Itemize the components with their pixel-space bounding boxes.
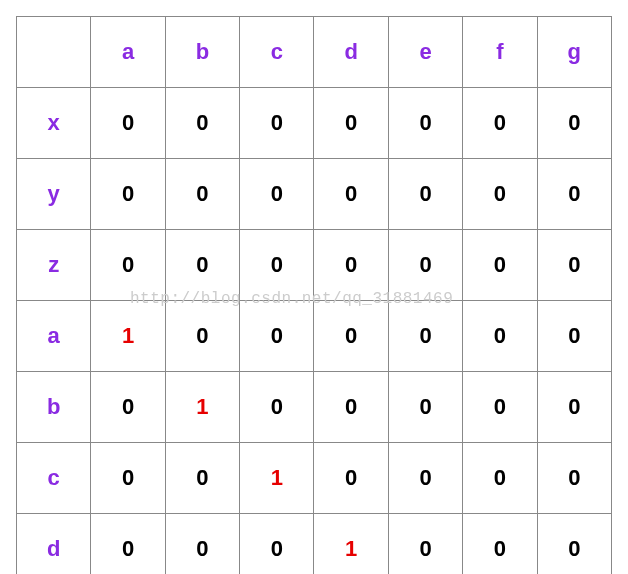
data-cell: 0 — [463, 514, 537, 575]
row-header: a — [17, 301, 91, 372]
row-header: z — [17, 230, 91, 301]
col-header: b — [165, 17, 239, 88]
data-cell: 0 — [240, 372, 314, 443]
data-cell: 0 — [165, 514, 239, 575]
data-cell: 1 — [240, 443, 314, 514]
data-cell: 0 — [91, 372, 165, 443]
data-cell: 0 — [314, 301, 388, 372]
data-cell: 0 — [165, 159, 239, 230]
data-cell: 0 — [388, 514, 462, 575]
data-cell: 0 — [463, 372, 537, 443]
data-cell: 0 — [537, 443, 611, 514]
data-cell: 0 — [314, 443, 388, 514]
data-cell: 0 — [165, 443, 239, 514]
table-row: a 1 0 0 0 0 0 0 — [17, 301, 612, 372]
data-cell: 1 — [165, 372, 239, 443]
data-cell: 0 — [388, 159, 462, 230]
data-cell: 0 — [537, 372, 611, 443]
data-cell: 0 — [240, 301, 314, 372]
data-cell: 0 — [91, 88, 165, 159]
matrix-table: a b c d e f g x 0 0 0 0 0 0 0 y 0 0 0 0 … — [16, 16, 612, 574]
data-cell: 0 — [240, 88, 314, 159]
header-row: a b c d e f g — [17, 17, 612, 88]
data-cell: 0 — [388, 230, 462, 301]
data-cell: 0 — [388, 301, 462, 372]
data-cell: 0 — [240, 230, 314, 301]
data-cell: 0 — [388, 88, 462, 159]
data-cell: 0 — [388, 443, 462, 514]
data-cell: 0 — [91, 230, 165, 301]
data-cell: 0 — [463, 230, 537, 301]
col-header: g — [537, 17, 611, 88]
col-header: e — [388, 17, 462, 88]
row-header: b — [17, 372, 91, 443]
data-cell: 0 — [537, 159, 611, 230]
data-cell: 0 — [91, 514, 165, 575]
table-row: d 0 0 0 1 0 0 0 — [17, 514, 612, 575]
data-cell: 0 — [537, 230, 611, 301]
table-row: b 0 1 0 0 0 0 0 — [17, 372, 612, 443]
data-cell: 0 — [463, 301, 537, 372]
data-cell: 0 — [388, 372, 462, 443]
col-header: c — [240, 17, 314, 88]
data-cell: 0 — [240, 514, 314, 575]
data-cell: 0 — [165, 88, 239, 159]
data-cell: 0 — [314, 230, 388, 301]
data-cell: 0 — [537, 301, 611, 372]
table-row: y 0 0 0 0 0 0 0 — [17, 159, 612, 230]
data-cell: 0 — [463, 159, 537, 230]
data-cell: 0 — [314, 159, 388, 230]
table-row: c 0 0 1 0 0 0 0 — [17, 443, 612, 514]
table-row: z 0 0 0 0 0 0 0 — [17, 230, 612, 301]
data-cell: 0 — [314, 88, 388, 159]
data-cell: 0 — [91, 443, 165, 514]
data-cell: 0 — [240, 159, 314, 230]
data-cell: 1 — [314, 514, 388, 575]
row-header: d — [17, 514, 91, 575]
col-header: a — [91, 17, 165, 88]
row-header: y — [17, 159, 91, 230]
corner-cell — [17, 17, 91, 88]
data-cell: 0 — [537, 88, 611, 159]
data-cell: 0 — [463, 88, 537, 159]
data-cell: 1 — [91, 301, 165, 372]
table-row: x 0 0 0 0 0 0 0 — [17, 88, 612, 159]
data-cell: 0 — [165, 301, 239, 372]
data-cell: 0 — [463, 443, 537, 514]
col-header: f — [463, 17, 537, 88]
data-cell: 0 — [165, 230, 239, 301]
data-cell: 0 — [314, 372, 388, 443]
row-header: c — [17, 443, 91, 514]
col-header: d — [314, 17, 388, 88]
row-header: x — [17, 88, 91, 159]
data-cell: 0 — [91, 159, 165, 230]
data-cell: 0 — [537, 514, 611, 575]
